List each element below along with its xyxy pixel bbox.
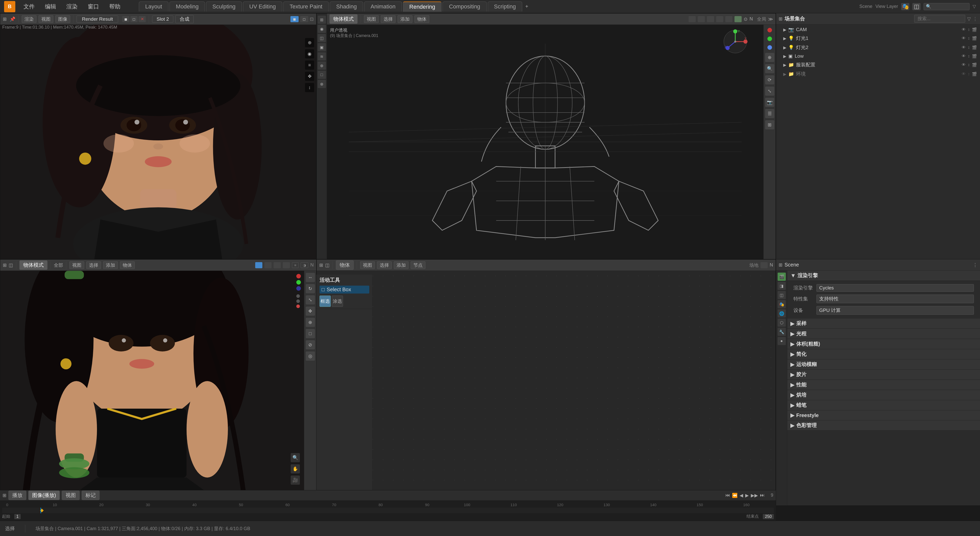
outliner-item-light2[interactable]: ▶ 💡 灯光2 👁 ↕ 🎬	[776, 43, 980, 52]
tc-mode-btn[interactable]: 物体模式	[329, 14, 358, 24]
tl-marker-tab[interactable]: 标记	[82, 491, 100, 500]
viewport-tab-1[interactable]: ⊞	[318, 16, 326, 24]
tc-sidebar-btn[interactable]: ≫	[768, 16, 773, 22]
tl-step-fwd-btn[interactable]: ▶▶	[751, 493, 758, 498]
zoom-icon[interactable]: 🔍	[291, 453, 300, 462]
end-value[interactable]: 250	[763, 514, 774, 519]
outliner-item-costume[interactable]: ▶ 📁 服装配置 👁 ↕ 🎬	[776, 60, 980, 69]
env-rnd[interactable]: 🎬	[972, 72, 977, 76]
outliner-item-env[interactable]: ▶ 📁 环境 👁 ↕ 🎬	[776, 69, 980, 79]
viewport-tab-2[interactable]: ◉	[318, 25, 326, 33]
props-tab-viewlayer[interactable]: ◫	[778, 291, 786, 299]
tc-nav-5[interactable]: 📷	[765, 98, 774, 107]
bl-tool-7[interactable]: ⊘	[306, 340, 315, 350]
shader-pin-icon[interactable]: ◫	[325, 262, 329, 268]
props-tab-render[interactable]: 🎬	[778, 273, 786, 281]
colormgmt-header[interactable]: ▶ 色彩管理	[788, 420, 980, 431]
low-sel[interactable]: ↕	[968, 54, 970, 59]
mode-btn-1[interactable]: 框选	[320, 296, 331, 307]
tc-object-btn[interactable]: 物体	[414, 15, 429, 23]
bl-render-mode[interactable]	[255, 262, 262, 268]
costume-rnd[interactable]: 🎬	[972, 62, 977, 67]
tc-shade-1[interactable]	[707, 16, 714, 22]
tl-prev-btn[interactable]: ⏪	[732, 493, 738, 498]
low-rnd[interactable]: 🎬	[972, 54, 977, 59]
light2-eye[interactable]: 👁	[962, 45, 966, 50]
tab-texture-paint[interactable]: Texture Paint	[283, 2, 329, 11]
render-ctrl-2[interactable]: ◻	[130, 16, 138, 22]
slot-dropdown[interactable]: Slot 2	[152, 16, 173, 23]
props-tab-object[interactable]: ⬡	[778, 318, 786, 327]
bl-lock-icon[interactable]: ◫	[9, 262, 13, 268]
outliner-dots[interactable]: ⋮	[973, 16, 977, 22]
tl-view-tab[interactable]: 视图	[62, 491, 80, 500]
feature-value[interactable]: 支持特性	[816, 294, 974, 303]
env-sel[interactable]: ↕	[968, 72, 970, 76]
overlay-btn-2[interactable]: ◉	[305, 49, 314, 59]
bl-select-btn[interactable]: 选择	[86, 261, 101, 269]
overlay-btn-5[interactable]: ↕	[305, 83, 314, 92]
view-btn[interactable]: 视图	[38, 15, 53, 23]
bl-tool-3[interactable]: ⤡	[306, 295, 315, 304]
env-eye[interactable]: 👁	[962, 72, 966, 76]
view-mode-btn[interactable]: ◼	[290, 16, 299, 22]
props-tab-material[interactable]: ●	[778, 337, 786, 345]
overlay-btn-3[interactable]: ≡	[305, 60, 314, 70]
light2-sel[interactable]: ↕	[968, 45, 970, 50]
tc-nav-4[interactable]: ⤡	[765, 86, 774, 96]
tl-step-back-btn[interactable]: ◀	[740, 493, 743, 498]
shader-sidebar-btn[interactable]: N	[770, 262, 773, 268]
outliner-item-light1[interactable]: ▶ 💡 灯光1 👁 ↕ 🎬	[776, 34, 980, 43]
tl-start-btn[interactable]: ⏮	[725, 493, 730, 498]
tab-modeling[interactable]: Modeling	[169, 2, 205, 11]
shader-add-btn[interactable]: 添加	[394, 261, 409, 269]
shader-select-btn[interactable]: 选择	[377, 261, 392, 269]
light2-rnd[interactable]: 🎬	[972, 45, 977, 50]
simplify-header[interactable]: ▶ 简化	[788, 349, 980, 359]
viewlayer-icon-btn[interactable]: ◫	[912, 3, 921, 10]
tab-shading[interactable]: Shading	[330, 2, 363, 11]
outliner-item-low[interactable]: ▶ ▣ Low 👁 ↕ 🎬	[776, 52, 980, 60]
bl-tool-2[interactable]: ↻	[306, 284, 315, 293]
bl-wire-mode[interactable]	[274, 262, 281, 268]
hand-icon[interactable]: ✋	[291, 464, 300, 474]
zoom-fit-btn[interactable]: ⊡	[310, 16, 313, 22]
menu-window[interactable]: 窗口	[86, 2, 101, 11]
tab-sculpting[interactable]: Sculpting	[206, 2, 242, 11]
menu-file[interactable]: 文件	[21, 2, 37, 11]
tc-prop-toggle[interactable]: N	[749, 16, 753, 22]
bl-sidebar-toggle[interactable]: N	[310, 262, 313, 268]
shader-node-btn[interactable]: 节点	[410, 261, 425, 269]
mode-btn-2[interactable]: 涂选	[332, 296, 343, 307]
view-mode-btn2[interactable]: ◻	[300, 16, 308, 22]
tl-icon[interactable]: ⊞	[3, 493, 6, 498]
filter-icon[interactable]: ▽	[973, 4, 976, 9]
props-tab-modifier[interactable]: 🔧	[778, 328, 786, 336]
bl-view-btn[interactable]: 视图	[69, 261, 84, 269]
outliner-item-cam[interactable]: ▶ 📷 CAM 👁 ↕ 🎬	[776, 25, 980, 34]
bl-tool-6[interactable]: □	[306, 329, 315, 338]
tl-end-btn[interactable]: ⏭	[760, 493, 765, 498]
bl-solid-mode[interactable]	[264, 262, 272, 268]
bl-xray-mode[interactable]	[283, 262, 290, 268]
tab-scripting[interactable]: Scripting	[488, 2, 522, 11]
render-btn[interactable]: 渲染	[22, 15, 37, 23]
render-engine-header[interactable]: ▼ 渲染引擎	[788, 270, 980, 281]
props-tab-world[interactable]: 🌐	[778, 309, 786, 318]
freestyle-header[interactable]: ▶ Freestyle	[788, 410, 980, 420]
tc-nav-2[interactable]: 🔍	[765, 64, 774, 73]
shader-view-btn[interactable]: 视图	[360, 261, 375, 269]
light1-sel[interactable]: ↕	[968, 36, 970, 41]
render-result-dropdown[interactable]: Render Result	[76, 16, 118, 23]
bl-tool-5[interactable]: ⊕	[306, 318, 315, 327]
tc-nav-1[interactable]: ⊕	[765, 53, 774, 62]
motionblur-header[interactable]: ▶ 运动模糊	[788, 359, 980, 370]
tl-play-btn[interactable]: ▶	[745, 493, 749, 498]
image-btn[interactable]: 图像	[56, 15, 70, 23]
bl-tool-4[interactable]: ✥	[306, 307, 315, 316]
tc-nav-7[interactable]: ⊞	[765, 120, 774, 129]
tab-rendering[interactable]: Rendering	[403, 2, 442, 12]
tl-play-tab[interactable]: 播放	[8, 491, 26, 500]
camera-nav-icon[interactable]: 🎥	[291, 476, 300, 485]
viewport-tab-4[interactable]: ▣	[318, 43, 326, 51]
